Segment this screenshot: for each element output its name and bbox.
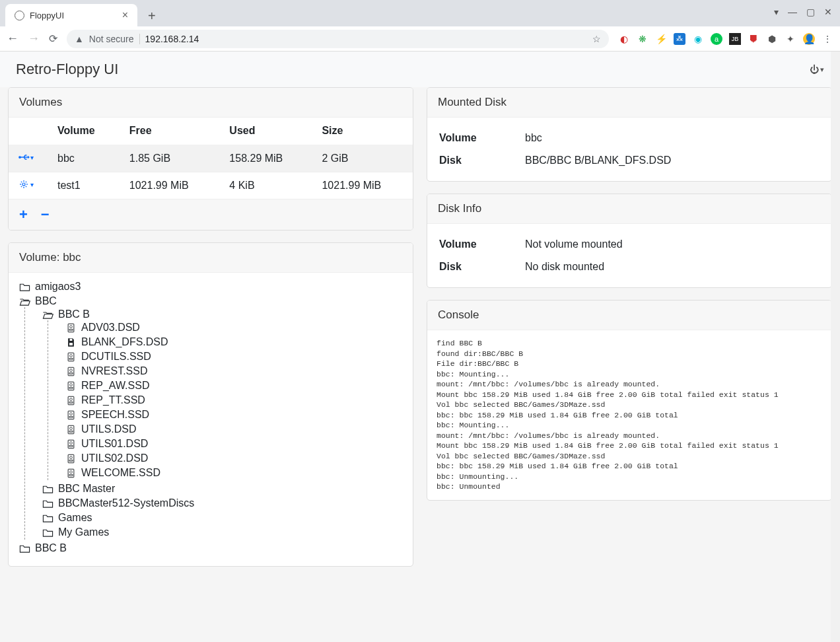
avatar-icon[interactable]: 👤 — [803, 33, 815, 45]
not-secure-icon: ▲ — [75, 34, 84, 44]
close-tab-icon[interactable]: × — [122, 9, 128, 21]
volume-size: 1021.99 MiB — [312, 172, 413, 199]
volume-used: 158.29 MiB — [220, 145, 312, 172]
tree-label: BBC — [35, 295, 57, 307]
tree-item[interactable]: BBCMaster512-SystemDiscs — [42, 496, 402, 511]
remove-volume-button[interactable]: − — [41, 206, 50, 223]
tree-item[interactable]: My Games — [42, 525, 402, 540]
usb-icon[interactable]: ▾ — [18, 153, 34, 162]
folder-icon — [42, 499, 53, 509]
volume-row[interactable]: ▾bbc1.85 GiB158.29 MiB2 GiB — [9, 145, 413, 172]
address-bar: ← → ⟳ ▲ Not secure 192.168.2.14 ☆ ◐ ❋ ⚡ … — [0, 26, 840, 52]
tree-item[interactable]: amigaos3 — [19, 279, 402, 294]
tree-node[interactable]: My Games — [42, 526, 402, 538]
right-column: Mounted Disk Volume bbc Disk BBC/BBC B/B… — [427, 87, 832, 501]
col-volume: Volume — [48, 118, 120, 145]
tree-node[interactable]: BBC B — [19, 542, 402, 554]
minimize-icon[interactable]: — — [788, 7, 797, 17]
file-icon — [65, 396, 77, 406]
tree-node[interactable]: WELCOME.SSD — [65, 467, 402, 479]
tree-node[interactable]: REP_AW.SSD — [65, 380, 402, 392]
mounted-volume-row: Volume bbc — [439, 127, 820, 149]
ext-icon[interactable]: ✦ — [785, 33, 796, 45]
tree-item[interactable]: SPEECH.SSD — [65, 408, 402, 422]
diskinfo-volume-label: Volume — [439, 238, 525, 250]
ext-icon[interactable]: a — [711, 33, 722, 45]
tree-label: REP_AW.SSD — [81, 380, 149, 392]
tree-node[interactable]: BBCMaster512-SystemDiscs — [42, 497, 402, 509]
mounted-disk-header: Mounted Disk — [427, 88, 831, 118]
ext-icon[interactable]: JB — [729, 33, 741, 45]
star-icon[interactable]: ☆ — [592, 34, 601, 44]
back-button[interactable]: ← — [7, 32, 18, 46]
dropdown-icon[interactable]: ▾ — [774, 7, 779, 17]
tree-label: NVREST.SSD — [81, 365, 147, 377]
tree-node[interactable]: amigaos3 — [19, 281, 402, 293]
file-icon — [65, 454, 77, 464]
file-icon — [65, 439, 77, 449]
ext-icon[interactable]: ◐ — [618, 33, 630, 45]
ext-icon[interactable]: ⛊ — [748, 33, 759, 45]
maximize-icon[interactable]: ▢ — [806, 7, 815, 17]
tree-node[interactable]: UTILS02.DSD — [65, 452, 402, 464]
tree-item[interactable]: UTILS.DSD — [65, 422, 402, 437]
forward-button[interactable]: → — [28, 32, 40, 46]
tree-item[interactable]: NVREST.SSD — [65, 364, 402, 378]
ext-icon[interactable]: ◉ — [692, 33, 704, 45]
tree-node[interactable]: UTILS.DSD — [65, 423, 402, 435]
tree-item[interactable]: WELCOME.SSD — [65, 466, 402, 480]
tree-node[interactable]: BLANK_DFS.DSD — [65, 336, 402, 348]
window-controls: ▾ — ▢ ✕ — [774, 7, 832, 17]
disk-info-header: Disk Info — [427, 194, 831, 224]
file-icon — [65, 367, 77, 376]
tree-node[interactable]: Games — [42, 512, 402, 524]
power-menu-button[interactable]: ⏻ ▾ — [810, 64, 824, 75]
folder-open-icon — [19, 297, 30, 306]
tree-label: DCUTILS.SSD — [81, 351, 151, 363]
tree-item[interactable]: BLANK_DFS.DSD — [65, 335, 402, 349]
caret-down-icon: ▾ — [30, 181, 34, 188]
console-header: Console — [427, 301, 831, 330]
tree-item[interactable]: UTILS01.DSD — [65, 437, 402, 451]
tree-label: UTILS01.DSD — [81, 438, 148, 450]
tree-node[interactable]: ADV03.DSD — [65, 322, 402, 334]
volumes-card: Volumes Volume Free Used Size ▾bbc1.85 G… — [8, 87, 413, 231]
tree-node[interactable]: REP_TT.SSD — [65, 394, 402, 406]
tree-node[interactable]: SPEECH.SSD — [65, 409, 402, 421]
tree-item[interactable]: UTILS02.DSD — [65, 451, 402, 466]
gear-icon[interactable]: ▾ — [18, 180, 34, 189]
file-icon — [65, 468, 77, 478]
tree-item[interactable]: BBCBBC BADV03.DSDBLANK_DFS.DSDDCUTILS.SS… — [19, 294, 402, 541]
browser-tab[interactable]: FloppyUI × — [5, 4, 137, 26]
ext-icon[interactable]: ⬢ — [766, 33, 778, 45]
add-volume-button[interactable]: + — [19, 206, 28, 223]
tree-node[interactable]: BBC — [19, 295, 402, 307]
folder-icon — [42, 513, 53, 523]
reload-button[interactable]: ⟳ — [49, 32, 57, 45]
tree-item[interactable]: DCUTILS.SSD — [65, 349, 402, 364]
caret-down-icon: ▾ — [820, 65, 824, 74]
tree-item[interactable]: BBC BADV03.DSDBLANK_DFS.DSDDCUTILS.SSDNV… — [42, 307, 402, 482]
tree-node[interactable]: NVREST.SSD — [65, 365, 402, 377]
tree-item[interactable]: Games — [42, 511, 402, 525]
close-window-icon[interactable]: ✕ — [824, 7, 832, 17]
ext-icon[interactable]: ⁂ — [674, 33, 685, 45]
tree-node[interactable]: BBC B — [42, 308, 402, 320]
url-input[interactable]: ▲ Not secure 192.168.2.14 ☆ — [67, 30, 609, 48]
disk-info-card: Disk Info Volume Not volume mounted Disk… — [427, 194, 832, 288]
tree-node[interactable]: UTILS01.DSD — [65, 438, 402, 450]
tree-item[interactable]: REP_AW.SSD — [65, 378, 402, 393]
volume-size: 2 GiB — [312, 145, 413, 172]
ext-icon[interactable]: ❋ — [637, 33, 648, 45]
tree-node[interactable]: DCUTILS.SSD — [65, 351, 402, 363]
ext-icon[interactable]: ⚡ — [655, 33, 667, 45]
menu-icon[interactable]: ⋮ — [822, 33, 833, 45]
scrollbar[interactable] — [831, 52, 840, 642]
tree-item[interactable]: BBC Master — [42, 482, 402, 496]
tree-item[interactable]: REP_TT.SSD — [65, 393, 402, 408]
new-tab-button[interactable]: + — [143, 6, 161, 26]
volume-row[interactable]: ▾test11021.99 MiB4 KiB1021.99 MiB — [9, 172, 413, 199]
tree-node[interactable]: BBC Master — [42, 483, 402, 495]
tree-item[interactable]: BBC B — [19, 541, 402, 555]
tree-item[interactable]: ADV03.DSD — [65, 320, 402, 335]
